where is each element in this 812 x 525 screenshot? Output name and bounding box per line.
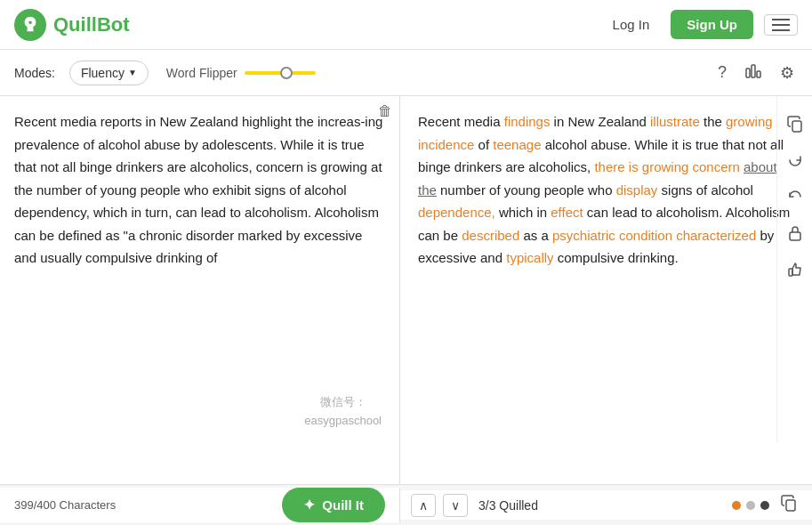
dot-gray	[746, 501, 755, 510]
copy-icon-button[interactable]	[782, 110, 808, 141]
dots-area	[732, 501, 769, 510]
output-text-segment: display	[616, 182, 658, 198]
logo-area: QuillBot	[14, 9, 130, 41]
right-bottom-bar: ∧ ∨ 3/3 Quilled	[400, 490, 812, 520]
svg-rect-1	[746, 69, 750, 77]
left-bottom-bar: 399/400 Characters ✦ Quill It	[0, 488, 400, 522]
thumbsup-icon-button[interactable]	[782, 256, 808, 287]
delete-button[interactable]: 🗑	[378, 103, 392, 119]
help-button[interactable]: ?	[714, 60, 730, 85]
output-text-segment: psychiatric condition characterized	[552, 228, 756, 243]
word-flipper-label: Word Flipper	[166, 66, 237, 80]
output-text-segment: typically	[506, 250, 553, 265]
quill-label: Quill It	[322, 497, 364, 513]
output-text-segment: as a	[519, 228, 552, 243]
output-text-segment: the	[700, 114, 726, 129]
signup-button[interactable]: Sign Up	[671, 10, 753, 39]
svg-rect-4	[792, 121, 801, 132]
output-text-segment: described	[462, 228, 519, 243]
nav-down-button[interactable]: ∨	[443, 494, 468, 517]
mode-selected-label: Fluency	[81, 66, 125, 80]
input-text-area[interactable]: 🗑 Recent media reports in New Zealand hi…	[0, 96, 399, 484]
menu-line	[772, 24, 790, 26]
dot-orange	[732, 501, 741, 510]
menu-line	[772, 29, 790, 31]
lock-icon-button[interactable]	[782, 220, 808, 251]
quilled-count: 3/3 Quilled	[478, 498, 538, 513]
quill-button[interactable]: ✦ Quill It	[282, 488, 385, 522]
modes-label: Modes:	[14, 66, 55, 80]
output-text-segment: compulsive drinking.	[554, 250, 679, 265]
output-text-segment: signs of alcohol	[657, 182, 753, 198]
toolbar-right-icons: ? ⚙	[714, 58, 798, 87]
main-content: 🗑 Recent media reports in New Zealand hi…	[0, 96, 812, 484]
output-text-segment: teenage	[493, 137, 541, 152]
svg-rect-3	[757, 71, 760, 77]
stats-button[interactable]	[741, 58, 766, 87]
undo-icon-button[interactable]	[782, 183, 808, 214]
login-button[interactable]: Log In	[602, 12, 661, 37]
output-text-segment: there is growing concern	[594, 159, 739, 174]
logo-text: QuillBot	[53, 13, 130, 36]
fluency-mode-button[interactable]: Fluency ▼	[69, 61, 149, 85]
menu-button[interactable]	[764, 14, 798, 36]
output-text-segment: dependence,	[418, 205, 495, 220]
output-text-segment: Recent media	[418, 114, 504, 129]
settings-button[interactable]: ⚙	[776, 60, 798, 86]
chevron-down-icon: ▼	[128, 68, 137, 77]
output-text-segment: which in	[495, 205, 551, 220]
bottom-bar: 399/400 Characters ✦ Quill It ∧ ∨ 3/3 Qu…	[0, 484, 812, 525]
refresh-icon-button[interactable]	[782, 147, 808, 178]
header: QuillBot Log In Sign Up	[0, 0, 812, 50]
left-panel: 🗑 Recent media reports in New Zealand hi…	[0, 96, 400, 484]
right-action-buttons	[776, 96, 812, 443]
right-panel: Recent media findings in New Zealand ill…	[400, 96, 812, 484]
svg-point-0	[28, 20, 32, 24]
menu-line	[772, 19, 790, 20]
svg-rect-5	[790, 232, 800, 240]
word-flipper-area: Word Flipper	[166, 66, 316, 80]
header-right: Log In Sign Up	[602, 10, 798, 39]
dot-dark	[760, 501, 769, 510]
output-text-area: Recent media findings in New Zealand ill…	[400, 96, 812, 484]
char-count: 399/400 Characters	[14, 498, 116, 512]
copy-output-button[interactable]	[776, 490, 801, 520]
output-text-segment: of	[474, 137, 493, 152]
output-text-segment: findings	[504, 114, 551, 129]
output-text-segment: effect	[551, 205, 583, 220]
logo-icon	[14, 9, 46, 41]
output-text-segment: in New Zealand	[550, 114, 650, 129]
svg-rect-7	[786, 500, 795, 511]
nav-up-button[interactable]: ∧	[411, 494, 436, 517]
output-text-segment: number of young people who	[437, 182, 616, 198]
svg-rect-6	[789, 269, 792, 276]
svg-rect-2	[752, 65, 755, 77]
slider-thumb	[280, 67, 293, 79]
quill-icon: ✦	[303, 497, 315, 513]
input-text: Recent media reports in New Zealand high…	[14, 114, 382, 265]
toolbar: Modes: Fluency ▼ Word Flipper ? ⚙	[0, 50, 812, 96]
word-flipper-slider[interactable]	[245, 71, 316, 75]
output-text-segment: illustrate	[650, 114, 700, 129]
